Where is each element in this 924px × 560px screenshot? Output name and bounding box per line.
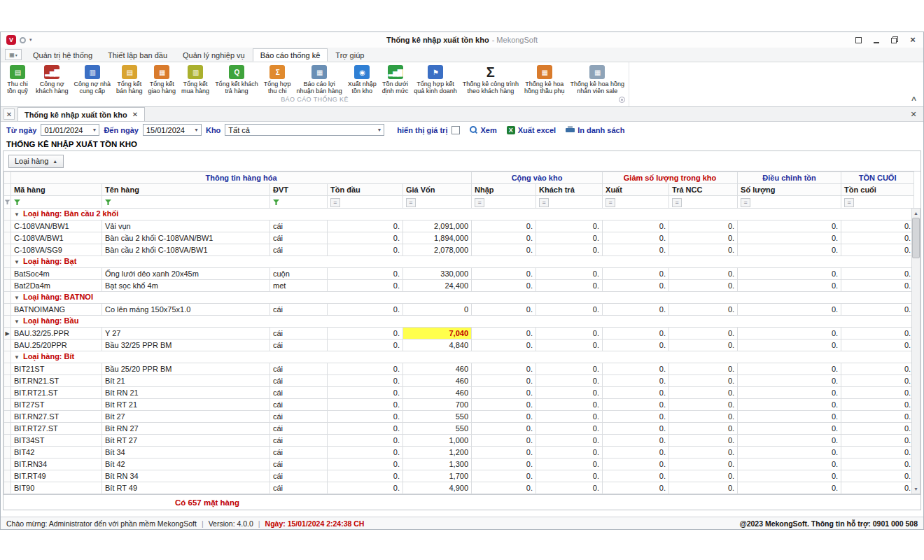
filter-cell-so_luong[interactable]: = [738, 196, 841, 209]
cell-ton_dau[interactable]: 0. [328, 304, 403, 316]
cell-ton_cuoi[interactable]: 0. [841, 220, 914, 232]
group-expander-icon[interactable]: ▼ [14, 259, 20, 265]
cell-unit[interactable]: cái [270, 423, 328, 435]
cell-gia_von[interactable]: 0 [403, 304, 472, 316]
expand-icon[interactable] [853, 35, 863, 45]
cell-unit[interactable]: met [270, 280, 328, 292]
cell-gia_von[interactable]: 7,040 [403, 328, 472, 340]
cell-tra_ncc[interactable]: 0. [669, 387, 738, 399]
cell-name[interactable]: Bạt sọc khổ 4m [102, 280, 270, 292]
cell-nhap[interactable]: 0. [472, 447, 536, 458]
cell-gia_von[interactable]: 550 [403, 411, 472, 423]
filter-cell-ton_dau[interactable]: = [328, 196, 403, 209]
cell-tra_ncc[interactable]: 0. [669, 447, 738, 458]
cell-gia_von[interactable]: 24,400 [403, 280, 472, 292]
cell-ton_dau[interactable]: 0. [328, 458, 403, 470]
ribbon-tab[interactable]: Quản lý nghiệp vụ [175, 48, 253, 62]
column-header-nhap[interactable]: Nhập [472, 184, 536, 196]
cell-ton_cuoi[interactable]: 0. [841, 280, 914, 292]
cell-xuat[interactable]: 0. [603, 470, 669, 482]
filter-cell-gia_von[interactable]: = [403, 196, 472, 209]
cell-unit[interactable]: cái [270, 340, 328, 351]
group-row-label[interactable]: ▼Loại hàng: Bàn cầu 2 khối [11, 209, 914, 220]
cell-khach_tra[interactable]: 0. [536, 232, 603, 244]
cell-tra_ncc[interactable]: 0. [669, 399, 738, 411]
table-row[interactable]: C-108VA/BW1Bàn cầu 2 khối C-108VAN/BW1cá… [4, 232, 914, 244]
cell-xuat[interactable]: 0. [603, 375, 669, 387]
cell-khach_tra[interactable]: 0. [536, 435, 603, 447]
cell-code[interactable]: C-108VA/SG9 [11, 244, 102, 256]
cell-name[interactable]: Bít RT 49 [102, 482, 270, 494]
cell-code[interactable]: BIT34ST [11, 435, 102, 447]
cell-xuat[interactable]: 0. [603, 458, 669, 470]
cell-ton_cuoi[interactable]: 0. [841, 399, 914, 411]
cell-nhap[interactable]: 0. [472, 220, 536, 232]
column-header-khach_tra[interactable]: Khách trả [536, 184, 603, 196]
cell-khach_tra[interactable]: 0. [536, 447, 603, 458]
ribbon-button-thong-ke-hoa-hong-nhan-vien-sale[interactable]: ▦Thống kê hoa hồngnhân viên sale [567, 63, 627, 95]
ribbon-button-tong-ket-ban-hang[interactable]: ▤Tổng kếtbán hàng [113, 63, 146, 95]
cell-nhap[interactable]: 0. [472, 411, 536, 423]
cell-ton_cuoi[interactable]: 0. [841, 482, 914, 494]
column-header-unit[interactable]: ĐVT [270, 184, 328, 196]
cell-ton_dau[interactable]: 0. [328, 244, 403, 256]
cell-gia_von[interactable]: 1,700 [403, 470, 472, 482]
cell-unit[interactable]: cái [270, 435, 328, 447]
quick-access-icon[interactable] [20, 37, 26, 43]
cell-ton_cuoi[interactable]: 0. [841, 447, 914, 458]
cell-khach_tra[interactable]: 0. [536, 304, 603, 316]
cell-so_luong[interactable]: 0. [738, 280, 841, 292]
table-row[interactable]: BIT.RN34Bít 42cái0.1,3000.0.0.0.0.0. [4, 458, 914, 470]
cell-nhap[interactable]: 0. [472, 435, 536, 447]
cell-ton_dau[interactable]: 0. [328, 375, 403, 387]
group-expander-icon[interactable]: ▼ [14, 354, 20, 360]
scroll-up-icon[interactable]: ▲ [911, 209, 920, 218]
ribbon-button-thong-ke-hoa-hong-thau-phu[interactable]: ▦Thống kê hoahồng thầu phụ [522, 63, 568, 95]
cell-name[interactable]: Bít 21 [102, 375, 270, 387]
cell-so_luong[interactable]: 0. [738, 244, 841, 256]
doc-tab-close-right-button[interactable]: ✕ [908, 108, 919, 120]
cell-name[interactable]: Bít 27 [102, 411, 270, 423]
cell-xuat[interactable]: 0. [603, 435, 669, 447]
cell-khach_tra[interactable]: 0. [536, 340, 603, 351]
view-button[interactable]: Xem [470, 126, 496, 134]
cell-tra_ncc[interactable]: 0. [669, 268, 738, 280]
cell-gia_von[interactable]: 4,900 [403, 482, 472, 494]
cell-nhap[interactable]: 0. [472, 244, 536, 256]
column-header-so_luong[interactable]: Số lượng [738, 184, 841, 196]
cell-ton_dau[interactable]: 0. [328, 399, 403, 411]
export-excel-button[interactable]: X Xuất excel [507, 126, 556, 134]
cell-so_luong[interactable]: 0. [738, 328, 841, 340]
cell-nhap[interactable]: 0. [472, 328, 536, 340]
group-options-icon[interactable] [619, 97, 625, 103]
ribbon-tab[interactable]: Thiết lập ban đầu [100, 48, 175, 62]
cell-so_luong[interactable]: 0. [738, 268, 841, 280]
cell-gia_von[interactable]: 2,091,000 [403, 220, 472, 232]
cell-khach_tra[interactable]: 0. [536, 244, 603, 256]
ribbon-tab[interactable]: Quản trị hệ thống [25, 48, 100, 62]
cell-code[interactable]: C-108VA/BW1 [11, 232, 102, 244]
chevron-down-icon[interactable]: ▼ [191, 127, 199, 132]
cell-so_luong[interactable]: 0. [738, 458, 841, 470]
ribbon-button-ton-duoi-dinh-muc[interactable]: ▂▅▇Tồn dướiđịnh mức [379, 63, 412, 95]
cell-xuat[interactable]: 0. [603, 232, 669, 244]
cell-xuat[interactable]: 0. [603, 482, 669, 494]
cell-xuat[interactable]: 0. [603, 423, 669, 435]
cell-ton_dau[interactable]: 0. [328, 447, 403, 458]
cell-nhap[interactable]: 0. [472, 399, 536, 411]
cell-ton_dau[interactable]: 0. [328, 423, 403, 435]
ribbon-button-tong-ket-mua-hang[interactable]: ▥Tổng kếtmua hàng [178, 63, 212, 95]
group-row-label[interactable]: ▼Loại hàng: Bạt [11, 256, 914, 268]
cell-ton_cuoi[interactable]: 0. [841, 423, 914, 435]
cell-ton_dau[interactable]: 0. [328, 340, 403, 351]
cell-xuat[interactable]: 0. [603, 304, 669, 316]
cell-ton_cuoi[interactable]: 0. [841, 458, 914, 470]
filter-cell-ton_cuoi[interactable]: = [841, 196, 914, 209]
cell-nhap[interactable]: 0. [472, 363, 536, 375]
cell-tra_ncc[interactable]: 0. [669, 435, 738, 447]
cell-unit[interactable]: cái [270, 470, 328, 482]
table-row[interactable]: BATNOIMANGCo lên máng 150x75x1.0cái0.00.… [4, 304, 914, 316]
cell-nhap[interactable]: 0. [472, 304, 536, 316]
close-icon[interactable]: × [908, 35, 918, 45]
column-header-gia_von[interactable]: Giá Vốn [403, 184, 472, 196]
